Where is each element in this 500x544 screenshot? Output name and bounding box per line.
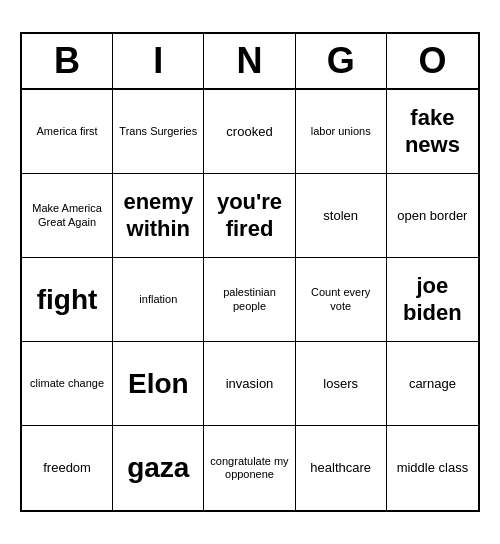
cell-text: palestinian people [208,286,290,312]
cell-text: invasion [226,376,274,392]
bingo-cell[interactable]: you're fired [204,174,295,258]
bingo-cell[interactable]: Count every vote [296,258,387,342]
bingo-cell[interactable]: Elon [113,342,204,426]
bingo-cell[interactable]: gaza [113,426,204,510]
cell-text: Make America Great Again [26,202,108,228]
bingo-cell[interactable]: joe biden [387,258,478,342]
bingo-cell[interactable]: palestinian people [204,258,295,342]
bingo-cell[interactable]: carnage [387,342,478,426]
cell-text: you're fired [208,189,290,242]
cell-text: Count every vote [300,286,382,312]
header-letter: O [387,34,478,88]
cell-text: America first [37,125,98,138]
bingo-cell[interactable]: Make America Great Again [22,174,113,258]
bingo-cell[interactable]: congratulate my opponene [204,426,295,510]
bingo-cell[interactable]: middle class [387,426,478,510]
cell-text: gaza [127,451,189,485]
cell-text: losers [323,376,358,392]
cell-text: stolen [323,208,358,224]
bingo-cell[interactable]: climate change [22,342,113,426]
bingo-cell[interactable]: inflation [113,258,204,342]
cell-text: carnage [409,376,456,392]
header-letter: G [296,34,387,88]
header-letter: N [204,34,295,88]
bingo-card: BINGO America firstTrans Surgeriescrooke… [20,32,480,512]
bingo-cell[interactable]: enemy within [113,174,204,258]
bingo-cell[interactable]: fight [22,258,113,342]
bingo-cell[interactable]: fake news [387,90,478,174]
bingo-cell[interactable]: labor unions [296,90,387,174]
bingo-cell[interactable]: America first [22,90,113,174]
cell-text: open border [397,208,467,224]
cell-text: congratulate my opponene [208,455,290,481]
cell-text: Elon [128,367,189,401]
bingo-cell[interactable]: Trans Surgeries [113,90,204,174]
cell-text: enemy within [117,189,199,242]
bingo-grid: America firstTrans Surgeriescrookedlabor… [22,90,478,510]
bingo-cell[interactable]: crooked [204,90,295,174]
bingo-cell[interactable]: freedom [22,426,113,510]
header-letter: I [113,34,204,88]
bingo-cell[interactable]: stolen [296,174,387,258]
cell-text: freedom [43,460,91,476]
cell-text: labor unions [311,125,371,138]
cell-text: fight [37,283,98,317]
bingo-header: BINGO [22,34,478,90]
cell-text: inflation [139,293,177,306]
cell-text: joe biden [391,273,474,326]
cell-text: middle class [397,460,469,476]
cell-text: crooked [226,124,272,140]
bingo-cell[interactable]: healthcare [296,426,387,510]
cell-text: climate change [30,377,104,390]
bingo-cell[interactable]: invasion [204,342,295,426]
bingo-cell[interactable]: losers [296,342,387,426]
cell-text: healthcare [310,460,371,476]
cell-text: fake news [391,105,474,158]
bingo-cell[interactable]: open border [387,174,478,258]
cell-text: Trans Surgeries [119,125,197,138]
header-letter: B [22,34,113,88]
